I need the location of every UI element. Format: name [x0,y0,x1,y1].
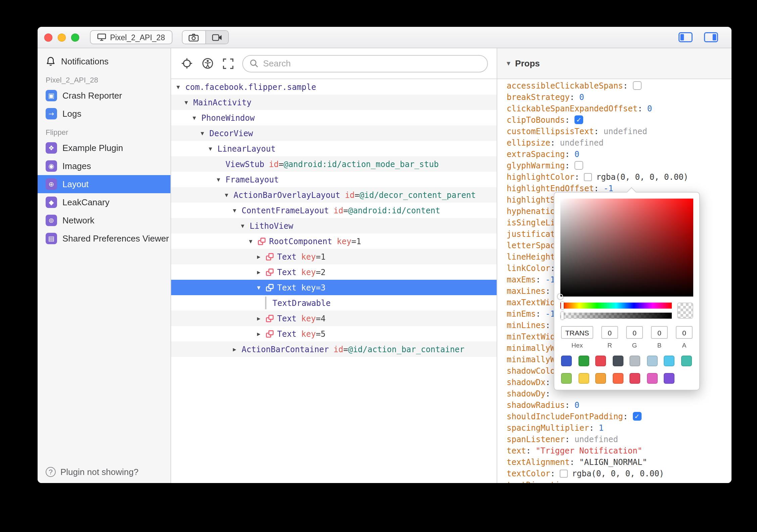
tree-node-text[interactable]: ▸Textkey=4 [171,311,497,326]
sidebar-item-label: LeakCanary [62,197,109,207]
tree-node-decorview[interactable]: ▾DecorView [171,125,497,141]
chevron-down-icon[interactable]: ▾ [249,237,258,245]
alpha-slider[interactable] [560,313,672,319]
color-swatch-highlightcolor[interactable] [584,173,592,181]
tree-node-mainactivity[interactable]: ▾MainActivity [171,95,497,110]
toggle-right-panel-button[interactable] [704,32,718,42]
screenshot-button[interactable] [183,31,205,44]
sidebar-item-notifications[interactable]: Notifications [38,52,170,70]
sidebar-item-layout[interactable]: ⊕Layout [38,175,170,193]
prop-colon: : [594,183,599,193]
saturation-picker-dot[interactable] [558,294,563,299]
expand-frame-button[interactable] [221,57,235,70]
sidebar-item-network[interactable]: ⊚Network [38,211,170,229]
chevron-down-icon[interactable]: ▾ [507,59,510,68]
accessibility-mode-button[interactable] [201,57,214,70]
minimize-button[interactable] [58,33,66,41]
sidebar-item-images[interactable]: ◉Images [38,157,170,175]
red-input[interactable] [601,326,618,339]
chevron-down-icon[interactable]: ▾ [217,176,225,183]
alpha-slider-handle[interactable] [561,312,564,319]
tree-node-rootcomponent[interactable]: ▾RootComponentkey=1 [171,233,497,249]
tree-node-viewstub[interactable]: ViewStubid=@android:id/action_mode_bar_s… [171,156,497,172]
sidebar-item-shared-preferences-viewer[interactable]: ▤Shared Preferences Viewer [38,229,170,248]
preset-color-swatch[interactable] [629,356,640,366]
prop-name: breakStrategy [507,92,570,102]
preset-color-swatch[interactable] [629,373,640,384]
prop-name: maxEms [507,275,536,284]
tree-node-text[interactable]: ▸Textkey=5 [171,326,497,341]
tree-node-linearlayout[interactable]: ▾LinearLayout [171,141,497,156]
chevron-right-icon[interactable]: ▸ [257,253,266,260]
prop-colon: : [536,309,541,318]
preset-color-swatch[interactable] [612,373,623,384]
tree-node-contentframelayout[interactable]: ▾ContentFrameLayoutid=@android:id/conten… [171,203,497,218]
prop-colon: : [565,161,569,170]
tree-node-textdrawable[interactable]: TextDrawable [171,295,497,311]
chevron-right-icon[interactable]: ▸ [257,268,266,276]
green-input[interactable] [626,326,643,339]
chevron-down-icon[interactable]: ▾ [225,191,234,199]
chevron-right-icon[interactable]: ▸ [257,330,266,337]
checkbox-glyphwarming[interactable] [574,161,583,170]
video-camera-icon [212,34,222,41]
chevron-right-icon[interactable]: ▸ [257,315,266,322]
chevron-right-icon[interactable]: ▸ [233,345,242,353]
chevron-down-icon[interactable]: ▾ [176,83,185,91]
tree-node-actionbaroverlaylayout[interactable]: ▾ActionBarOverlayLayoutid=@id/decor_cont… [171,187,497,203]
chevron-down-icon[interactable]: ▾ [201,129,209,137]
sidebar-item-logs[interactable]: →Logs [38,105,170,123]
preset-color-swatch[interactable] [647,373,657,384]
prop-name: minLines [507,320,546,330]
tree-node-text[interactable]: ▾Textkey=3 [171,280,497,295]
preset-color-swatch[interactable] [647,356,657,366]
alpha-input[interactable] [676,326,693,339]
preset-color-swatch[interactable] [595,373,606,384]
device-selector[interactable]: Pixel_2_API_28 [90,30,172,44]
blue-input[interactable] [651,326,668,339]
sidebar-item-crash-reporter[interactable]: ▣Crash Reporter [38,87,170,105]
search-input[interactable] [263,58,481,68]
chevron-down-icon[interactable]: ▾ [185,99,193,106]
chevron-down-icon[interactable]: ▾ [233,207,242,214]
tree-node-phonewindow[interactable]: ▾PhoneWindow [171,110,497,125]
checkbox-cliptobounds[interactable]: ✓ [574,115,583,124]
toggle-left-panel-button[interactable] [678,32,693,42]
target-mode-button[interactable] [180,57,193,70]
chevron-down-icon[interactable]: ▾ [241,222,250,229]
preset-color-swatch[interactable] [664,373,674,384]
tree-node-framelayout[interactable]: ▾FrameLayout [171,172,497,187]
tree-node-name: Text [277,329,297,338]
saturation-brightness-area[interactable] [560,199,693,297]
preset-color-swatch[interactable] [612,356,623,366]
chevron-down-icon[interactable]: ▾ [193,114,201,121]
preset-color-swatch[interactable] [578,373,589,384]
preset-color-swatch[interactable] [681,356,692,366]
hue-slider[interactable] [560,303,672,309]
chevron-down-icon[interactable]: ▾ [209,145,217,152]
screen-record-button[interactable] [205,31,228,44]
preset-color-swatch[interactable] [595,356,606,366]
preset-color-swatch[interactable] [561,373,572,384]
plugin-not-showing-link[interactable]: ? Plugin not showing? [46,467,139,477]
preset-color-swatch[interactable] [664,356,674,366]
hue-slider-handle[interactable] [561,302,564,309]
close-button[interactable] [44,33,52,41]
tree-node-com-facebook-flipper-sample[interactable]: ▾com.facebook.flipper.sample [171,79,497,95]
preset-color-swatch[interactable] [561,356,572,366]
tree-node-text[interactable]: ▸Textkey=2 [171,264,497,280]
tree-node-actionbarcontainer[interactable]: ▸ActionBarContainerid=@id/action_bar_con… [171,341,497,357]
checkbox-shouldincludefontpadding[interactable]: ✓ [633,412,641,421]
red-label: R [607,341,612,349]
preset-color-swatch[interactable] [578,356,589,366]
sidebar-item-example-plugin[interactable]: ❖Example Plugin [38,139,170,157]
color-swatch-textcolor[interactable] [560,469,568,477]
zoom-button[interactable] [71,33,79,41]
checkbox-accessibleclickablespans[interactable] [633,81,641,90]
sidebar-item-leakcanary[interactable]: ◆LeakCanary [38,193,170,211]
hex-input[interactable] [561,326,593,339]
prop-row-shouldincludefontpadding: shouldIncludeFontPadding:✓ [497,411,731,422]
tree-node-text[interactable]: ▸Textkey=1 [171,249,497,264]
chevron-down-icon[interactable]: ▾ [257,284,266,291]
tree-node-lithoview[interactable]: ▾LithoView [171,218,497,233]
